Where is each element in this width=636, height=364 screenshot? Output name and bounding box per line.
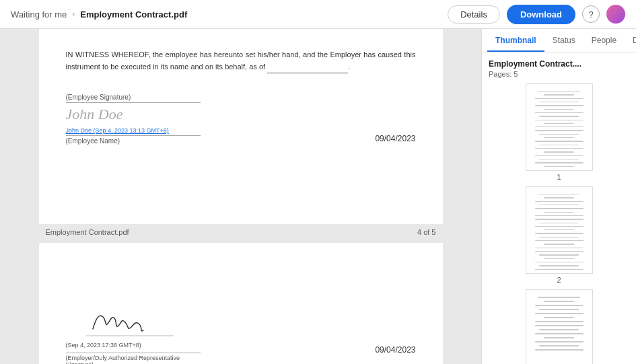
tab-status[interactable]: Status (544, 29, 584, 52)
employer-signature-section: (Sep 4, 2023 17:38 GMT+8) (Employer/Duly… (66, 303, 416, 364)
document-area: IN WITNESS WHEREOF, the employee has her… (0, 29, 481, 364)
footer-filename: Employment Contract.pdf (46, 228, 129, 236)
thumbnail-page-3[interactable]: 3 (489, 289, 629, 364)
breadcrumb-filename: Employment Contract.pdf (80, 9, 187, 20)
breadcrumb-waiting: Waiting for me (11, 9, 67, 20)
thumb-img-inner-3 (526, 290, 592, 364)
thumb-img-2 (526, 186, 593, 274)
employee-name-label: (Employee Name) (66, 135, 201, 145)
employer-sig-date-text: (Sep 4, 2023 17:38 GMT+8) (66, 342, 201, 349)
thumbnail-pages-label: Pages: 5 (489, 70, 629, 78)
thumb-img-3 (526, 289, 593, 364)
thumb-page-num-1: 1 (557, 173, 561, 181)
thumb-img-1 (526, 83, 593, 171)
panel-tabs: Thumbnail Status People Details (482, 29, 636, 52)
details-button[interactable]: Details (448, 5, 500, 24)
thumbnail-container: 1 (489, 83, 629, 364)
tab-people[interactable]: People (584, 29, 625, 52)
header-right: Details Download ? (448, 5, 625, 24)
thumbnail-page-2[interactable]: 2 (489, 186, 629, 284)
thumb-img-inner-2 (526, 187, 592, 273)
breadcrumb-chevron-icon: › (72, 9, 75, 19)
employer-sig-label: (Employer/Duly Authorized Representative… (66, 353, 201, 364)
thumbnail-panel: Employment Contract.... Pages: 5 (482, 52, 636, 364)
main-layout: IN WITNESS WHEREOF, the employee has her… (0, 29, 636, 364)
page-footer-bar: Employment Contract.pdf 4 of 5 (39, 224, 443, 240)
thumb-img-inner-1 (526, 84, 592, 170)
page-card-5: (Sep 4, 2023 17:38 GMT+8) (Employer/Duly… (39, 243, 443, 364)
employer-signature-block: (Sep 4, 2023 17:38 GMT+8) (Employer/Duly… (66, 303, 201, 364)
header: Waiting for me › Employment Contract.pdf… (0, 0, 636, 29)
header-left: Waiting for me › Employment Contract.pdf (11, 9, 187, 20)
employee-signed-info: John Doe (Sep 4, 2023 13:13 GMT+8) (66, 127, 201, 134)
tab-thumbnail[interactable]: Thumbnail (487, 29, 544, 52)
employee-sig-label: (Employee Signature) (66, 94, 201, 103)
download-button[interactable]: Download (507, 5, 575, 24)
avatar[interactable] (606, 5, 625, 24)
page-card-4: IN WITNESS WHEREOF, the employee has her… (39, 29, 443, 224)
employer-date: 09/04/2023 (375, 345, 415, 364)
employee-signature-block: (Employee Signature) John Doe John Doe (… (66, 94, 201, 145)
signature-date: 09/04/2023 (375, 134, 415, 145)
signature-section: (Employee Signature) John Doe John Doe (… (66, 94, 416, 145)
body-text: IN WITNESS WHEREOF, the employee has her… (66, 49, 416, 73)
thumb-page-num-2: 2 (557, 276, 561, 284)
blank-line (267, 61, 348, 74)
right-panel: Thumbnail Status People Details Employme… (481, 29, 636, 364)
thumbnail-doc-title: Employment Contract.... (489, 59, 629, 69)
thumbnail-page-1[interactable]: 1 (489, 83, 629, 181)
help-icon[interactable]: ? (582, 5, 600, 23)
tab-details[interactable]: Details (625, 29, 636, 52)
employee-sig-name: John Doe (66, 106, 201, 123)
employer-sig-drawing (66, 303, 174, 340)
footer-page-count: 4 of 5 (417, 228, 436, 236)
